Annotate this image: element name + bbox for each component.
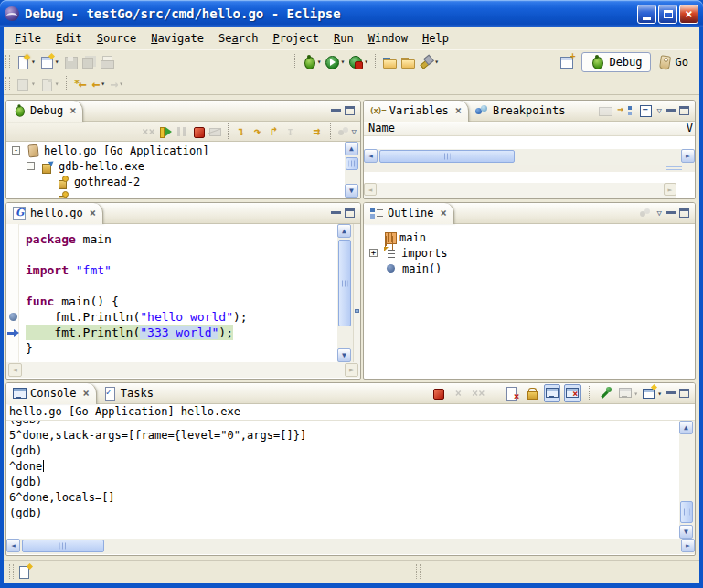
- step-into-button[interactable]: ↴: [233, 123, 250, 141]
- minimize-view-icon[interactable]: [666, 211, 676, 219]
- open-console-button[interactable]: ▾: [642, 384, 662, 402]
- console-line-5[interactable]: (gdb): [9, 475, 695, 490]
- scroll-up-button[interactable]: ▲: [345, 142, 358, 155]
- scroll-up-button[interactable]: ▲: [337, 224, 351, 238]
- minimize-view-icon[interactable]: [666, 391, 676, 400]
- console-output[interactable]: (gdb)5^done,stack-args=[frame={level="0"…: [6, 421, 695, 539]
- menu-item-window[interactable]: Window: [361, 29, 415, 48]
- open-resource-button[interactable]: [380, 52, 399, 72]
- search-button[interactable]: ▾: [417, 52, 441, 72]
- view-menu-icon[interactable]: ▽: [657, 208, 662, 218]
- back-button[interactable]: ←▾: [90, 74, 108, 94]
- view-menu-icon[interactable]: ▽: [657, 106, 662, 115]
- code-line-5[interactable]: func main() {: [26, 294, 336, 309]
- save-button[interactable]: [61, 52, 80, 72]
- dropdown-icon[interactable]: ▾: [317, 58, 322, 66]
- fast-view-icon[interactable]: [17, 564, 32, 579]
- save-all-button[interactable]: [80, 52, 98, 72]
- maximize-view-icon[interactable]: [679, 389, 689, 398]
- variables-column-header[interactable]: Name V: [364, 122, 695, 136]
- menu-item-navigate[interactable]: Navigate: [144, 29, 211, 48]
- code-line-7[interactable]: fmt.Println("333 world");: [26, 325, 336, 340]
- title-bar[interactable]: Debug - testGo/src/cmd/hello.go - Eclips…: [0, 0, 703, 27]
- open-perspective-button[interactable]: [559, 53, 575, 71]
- disconnect-button[interactable]: [207, 123, 223, 141]
- tab-hello-go[interactable]: hello.go ×: [6, 203, 103, 224]
- run-external-tools-button[interactable]: ▾: [346, 52, 370, 72]
- dropdown-icon[interactable]: ▾: [31, 80, 36, 88]
- window-maximize-button[interactable]: [658, 5, 677, 24]
- suspend-button[interactable]: [174, 123, 190, 141]
- scrollbar-thumb[interactable]: [379, 150, 515, 163]
- tab-console[interactable]: Console ×: [6, 383, 97, 404]
- editor-vscrollbar[interactable]: ▲ ▼: [337, 224, 353, 362]
- new-view-button[interactable]: ▾: [37, 52, 61, 72]
- maximize-view-icon[interactable]: [345, 106, 355, 115]
- view-menu-icon[interactable]: ▽: [352, 127, 357, 136]
- menu-item-project[interactable]: Project: [265, 29, 326, 48]
- open-file-button[interactable]: [399, 52, 417, 72]
- console-line-2[interactable]: 5^done,stack-args=[frame={level="0",args…: [9, 428, 695, 444]
- close-icon[interactable]: ×: [455, 104, 462, 117]
- dropdown-icon[interactable]: ▾: [434, 58, 439, 66]
- menu-item-edit[interactable]: Edit: [48, 29, 90, 48]
- menu-item-search[interactable]: Search: [211, 29, 265, 48]
- debug-button[interactable]: ▾: [300, 52, 324, 72]
- scroll-left-button[interactable]: ◄: [8, 363, 22, 377]
- value-column-header[interactable]: V: [687, 122, 693, 135]
- tab-debug[interactable]: Debug ×: [6, 101, 83, 122]
- menu-item-source[interactable]: Source: [90, 29, 144, 48]
- detail-pane-hscrollbar[interactable]: ◄ ►: [364, 183, 676, 198]
- dropdown-icon[interactable]: ▾: [657, 390, 662, 398]
- scrollbar-thumb[interactable]: [338, 240, 351, 326]
- code-line-8[interactable]: }: [26, 340, 336, 356]
- dropdown-icon[interactable]: ▾: [364, 58, 368, 66]
- toolbar-drag-handle[interactable]: [5, 55, 10, 69]
- scroll-down-button[interactable]: ▼: [345, 184, 358, 198]
- display-selected-console-button[interactable]: ▾: [618, 384, 638, 402]
- use-step-filters-button[interactable]: ⇉: [309, 123, 325, 141]
- step-return-button[interactable]: ↱: [266, 123, 282, 141]
- code-line-3[interactable]: import "fmt": [26, 262, 336, 278]
- debug-view-menu-button[interactable]: [336, 123, 352, 141]
- scroll-down-button[interactable]: ▼: [337, 348, 351, 362]
- back-to-last-edit-button[interactable]: *←: [71, 74, 90, 94]
- scroll-right-button[interactable]: ►: [681, 539, 695, 552]
- terminate-button[interactable]: [190, 123, 207, 141]
- instruction-pointer-icon[interactable]: [7, 328, 19, 337]
- remove-all-terminated-button[interactable]: ××: [141, 123, 157, 141]
- debug-tree-item-gothread-2[interactable]: gothread-2: [6, 174, 360, 189]
- go-perspective-button[interactable]: Go: [657, 55, 688, 69]
- tab-tasks[interactable]: Tasks: [97, 383, 160, 404]
- dropdown-icon[interactable]: ▾: [119, 80, 123, 88]
- console-vscrollbar[interactable]: ▲ ▼: [679, 421, 695, 539]
- status-drag-handle[interactable]: [9, 564, 14, 579]
- console-line-4[interactable]: ^done: [9, 459, 695, 475]
- console-terminate-button[interactable]: [430, 384, 446, 402]
- status-drag-handle[interactable]: [416, 564, 421, 579]
- console-line-6[interactable]: 6^done,locals=[]: [9, 490, 695, 506]
- menu-item-file[interactable]: File: [7, 29, 48, 48]
- variables-sash[interactable]: [364, 165, 695, 172]
- toolbar-drag-handle[interactable]: [5, 77, 10, 91]
- debug-tree-item-hello-go-go-application-[interactable]: -hello.go [Go Application]: [6, 143, 360, 158]
- dropdown-icon[interactable]: ▾: [634, 390, 638, 398]
- breakpoint-icon[interactable]: [9, 313, 17, 321]
- console-line-7[interactable]: (gdb): [9, 506, 695, 521]
- tab-breakpoints[interactable]: Breakpoints: [469, 101, 571, 122]
- code-line-1[interactable]: package main: [26, 231, 336, 247]
- console-hscrollbar[interactable]: ◄ ►: [6, 539, 695, 554]
- resume-button[interactable]: [157, 123, 174, 141]
- dropdown-icon[interactable]: ▾: [55, 58, 59, 66]
- scroll-right-button[interactable]: ►: [664, 183, 676, 196]
- code-line-2[interactable]: [26, 247, 336, 262]
- scrollbar-thumb[interactable]: [22, 540, 104, 552]
- collapse-all-button[interactable]: [637, 102, 654, 120]
- scrollbar-thumb[interactable]: [346, 157, 358, 170]
- collapse-expander-icon[interactable]: -: [27, 162, 35, 170]
- forward-button[interactable]: →▾: [108, 74, 126, 94]
- menu-item-run[interactable]: Run: [326, 29, 361, 48]
- show-stderr-button[interactable]: [564, 384, 581, 402]
- variables-empty-row[interactable]: [364, 136, 695, 149]
- window-minimize-button[interactable]: [637, 5, 656, 24]
